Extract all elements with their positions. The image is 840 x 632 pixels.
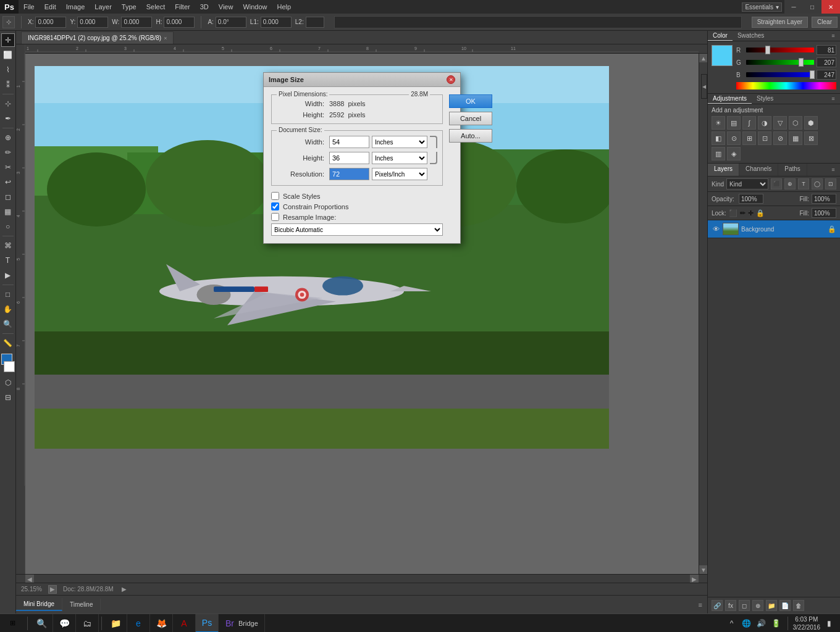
red-slider-thumb[interactable] [765, 46, 770, 54]
doc-height-input[interactable] [329, 152, 369, 164]
menu-image[interactable]: Image [61, 2, 90, 12]
lock-all-button[interactable]: 🔒 [756, 209, 765, 217]
taskbar-bridge[interactable]: Br Bridge [219, 614, 265, 633]
type-tool[interactable]: T [1, 254, 15, 267]
scroll-down-arrow[interactable]: ▼ [699, 565, 707, 574]
resample-method-select[interactable]: Bicubic Automatic Bicubic Bilinear Neare… [271, 223, 443, 236]
layer-kind-select[interactable]: Kind [726, 178, 768, 189]
straighten-layer-button[interactable]: Straighten Layer [752, 17, 808, 28]
link-layers-button[interactable]: 🔗 [712, 600, 723, 611]
color-lookup-adj[interactable]: ⊡ [758, 131, 771, 145]
vertical-scrollbar[interactable]: ▲ ▼ [699, 54, 707, 574]
panel-collapse-button[interactable]: ◀ [701, 74, 707, 99]
tab-styles[interactable]: Styles [752, 94, 778, 104]
layer-item-background[interactable]: 👁 Background 🔒 [708, 220, 840, 238]
new-adjustment-layer-button[interactable]: ⊕ [752, 600, 763, 611]
brightness-contrast-adj[interactable]: ☀ [712, 116, 725, 130]
hsl-adj[interactable]: ⬡ [789, 116, 802, 130]
quick-mask-button[interactable]: ⬡ [1, 376, 15, 389]
menu-filter[interactable]: Filter [170, 2, 195, 12]
history-brush-tool[interactable]: ↩ [1, 175, 15, 189]
angle-input[interactable] [216, 17, 246, 28]
taskbar-task-view[interactable]: 🗂 [76, 614, 99, 633]
color-spectrum[interactable] [736, 82, 836, 89]
eyedropper-tool[interactable]: ✒ [1, 112, 15, 125]
curves-adj[interactable]: ∫ [742, 116, 756, 130]
resample-checkbox[interactable] [271, 213, 279, 221]
w-input[interactable] [121, 17, 152, 28]
red-slider-track[interactable] [746, 48, 814, 52]
healing-brush-tool[interactable]: ⊕ [1, 131, 15, 144]
blue-slider-thumb[interactable] [810, 70, 815, 79]
l1-input[interactable] [261, 17, 292, 28]
taskbar-edge[interactable]: e [127, 614, 150, 633]
zoom-menu-button[interactable]: ▶ [48, 585, 57, 594]
color-swatches[interactable] [0, 354, 16, 372]
doc-width-input[interactable] [329, 136, 369, 148]
tray-battery-icon[interactable]: 🔋 [770, 617, 783, 630]
x-input[interactable] [35, 17, 66, 28]
maximize-button[interactable]: □ [803, 0, 821, 14]
layers-panel-menu[interactable]: ≡ [829, 164, 838, 176]
fill-input-2[interactable] [812, 208, 836, 218]
dodge-tool[interactable]: ○ [1, 220, 15, 233]
timeline-tab[interactable]: Timeline [62, 599, 101, 610]
green-slider-thumb[interactable] [799, 58, 804, 67]
tab-layers[interactable]: Layers [708, 164, 739, 176]
zoom-tool[interactable]: 🔍 [1, 317, 15, 331]
move-tool[interactable]: ✛ [1, 33, 15, 47]
canvas-viewport[interactable]: Image Size ✕ Pixel Dimensions: 28.8M [25, 54, 699, 574]
new-layer-button[interactable]: 📄 [779, 600, 791, 611]
shape-tool[interactable]: □ [1, 288, 15, 301]
y-input[interactable] [77, 17, 108, 28]
delete-layer-button[interactable]: 🗑 [793, 600, 804, 611]
minimize-button[interactable]: ─ [784, 0, 803, 14]
scale-styles-checkbox[interactable] [271, 192, 279, 200]
color-panel-menu[interactable]: ≡ [829, 31, 838, 40]
new-group-button[interactable]: 📁 [766, 600, 777, 611]
menu-help[interactable]: Help [272, 2, 296, 12]
photo-filter-adj[interactable]: ⊙ [727, 131, 741, 145]
opacity-input[interactable] [739, 194, 763, 204]
screen-mode-button[interactable]: ⊟ [1, 391, 15, 404]
scroll-left-arrow[interactable]: ◀ [25, 575, 34, 583]
taskbar-cortana[interactable]: 💬 [53, 614, 76, 633]
green-slider-track[interactable] [746, 60, 814, 65]
cancel-button[interactable]: Cancel [449, 112, 492, 125]
magic-wand-tool[interactable]: ⁑ [1, 78, 15, 91]
layer-filter-pixel[interactable]: ⬛ [771, 178, 782, 189]
menu-edit[interactable]: Edit [40, 2, 61, 12]
resolution-unit-select[interactable]: Pixels/Inch Pixels/Cm [372, 168, 427, 180]
gradient-map-adj[interactable]: ▥ [712, 147, 725, 160]
selective-color-adj[interactable]: ◈ [727, 147, 741, 160]
blue-slider-track[interactable] [746, 72, 814, 77]
tab-adjustments[interactable]: Adjustments [708, 94, 752, 104]
doc-width-unit-select[interactable]: Inches Cm Mm Points [372, 136, 427, 148]
tray-network-icon[interactable]: 🌐 [741, 617, 753, 630]
layer-visibility-eye[interactable]: 👁 [712, 225, 720, 233]
background-color[interactable] [4, 361, 15, 372]
auto-button[interactable]: Auto... [449, 129, 492, 143]
menu-select[interactable]: Select [141, 2, 170, 12]
threshold-adj[interactable]: ⊠ [804, 131, 818, 145]
clear-button[interactable]: Clear [812, 17, 838, 28]
start-button[interactable]: ⊞ [0, 614, 25, 633]
lasso-tool[interactable]: ⌇ [1, 63, 15, 77]
bottom-panel-options[interactable]: ≡ [694, 599, 707, 611]
layer-filter-type[interactable]: T [798, 178, 809, 189]
system-clock[interactable]: 6:03 PM 3/22/2016 [793, 615, 821, 631]
notes-tool[interactable]: 📏 [1, 336, 15, 350]
tray-volume-icon[interactable]: 🔊 [755, 617, 768, 630]
scroll-up-arrow[interactable]: ▲ [699, 54, 707, 62]
color-preview-swatch[interactable] [712, 45, 733, 66]
taskbar-acrobat[interactable]: A [173, 614, 196, 633]
resolution-input[interactable] [329, 168, 369, 180]
menu-view[interactable]: View [214, 2, 238, 12]
add-mask-button[interactable]: ◻ [739, 600, 750, 611]
taskbar-search[interactable]: 🔍 [30, 614, 53, 633]
bw-adj[interactable]: ◧ [712, 131, 725, 145]
menu-layer[interactable]: Layer [90, 2, 117, 12]
layer-filter-adj[interactable]: ⊕ [784, 178, 796, 189]
scroll-right-arrow[interactable]: ▶ [690, 575, 699, 583]
color-balance-adj[interactable]: ⬢ [804, 116, 818, 130]
